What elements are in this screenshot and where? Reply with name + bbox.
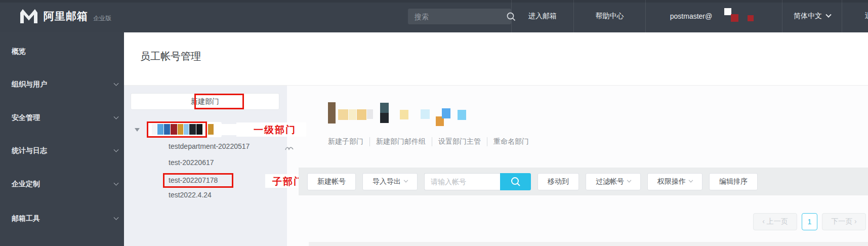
topnav: 进入邮箱 帮助中心 postmaster@ 简体中文 退出 (511, 0, 868, 32)
nav-help-center[interactable]: 帮助中心 (573, 0, 645, 32)
chevron-down-icon (114, 80, 119, 86)
chevron-down-icon (114, 215, 119, 220)
import-export-dropdown[interactable]: 导入导出 (362, 173, 418, 190)
brand-logo: 阿里邮箱 企业版 (19, 0, 111, 32)
tree-expander-icon[interactable] (135, 128, 140, 132)
chevron-down-icon (114, 147, 119, 152)
action-set-department-manager[interactable]: 设置部门主管 (432, 137, 481, 146)
sidebar-item-security[interactable]: 安全管理 (12, 112, 118, 124)
search-icon (510, 176, 521, 187)
nav-language-select[interactable]: 简体中文 (782, 0, 842, 32)
title-band: 员工帐号管理 (124, 32, 868, 86)
nav-enter-mailbox[interactable]: 进入邮箱 (511, 0, 573, 32)
account-search-group (424, 173, 531, 190)
permission-ops-dropdown[interactable]: 权限操作 (647, 173, 702, 190)
chevron-down-icon (114, 114, 119, 119)
chevron-down-icon (627, 178, 631, 182)
topbar: 阿里邮箱 企业版 进入邮箱 帮助中心 postmaster@ 简体中文 退出 (0, 0, 868, 32)
redacted-account-logo (719, 8, 758, 25)
new-department-button[interactable]: 新建部门 (131, 93, 279, 110)
nav-logout[interactable]: 退出 (842, 0, 868, 32)
account-label: postmaster@ (670, 12, 712, 20)
tree-item-department[interactable]: test2022.4.24 (169, 191, 212, 199)
action-new-department-maillist[interactable]: 新建部门邮件组 (369, 137, 426, 146)
new-account-button[interactable]: 新建帐号 (307, 173, 356, 190)
chevron-down-icon (689, 178, 693, 182)
brand-edition: 企业版 (93, 14, 111, 23)
chevron-down-icon (825, 12, 831, 18)
brand-name: 阿里邮箱 (44, 9, 88, 23)
redacted-department-title-mosaic (328, 102, 466, 126)
sidebar-item-overview[interactable]: 概览 (12, 46, 118, 57)
next-page-button[interactable]: 下一页 › (822, 213, 866, 230)
edit-sort-button[interactable]: 编辑排序 (709, 173, 758, 190)
sidebar-item-mail-tools[interactable]: 邮箱工具 (12, 213, 118, 224)
chevron-down-icon (404, 178, 408, 182)
tree-item-department[interactable]: test-20220617 (169, 158, 214, 167)
pagination: ‹ 上一页 1 下一页 › (753, 213, 866, 230)
tree-item-department[interactable]: testdepartment-20220517 (169, 142, 250, 150)
account-search-button[interactable] (500, 173, 531, 190)
sidebar-item-enterprise-custom[interactable]: 企业定制 (12, 179, 118, 190)
current-page-button[interactable]: 1 (802, 213, 817, 230)
header-search-box[interactable] (408, 9, 511, 24)
action-new-sub-department[interactable]: 新建子部门 (328, 137, 363, 146)
account-toolbar: 新建帐号 导入导出 移动到 过滤帐号 权限操作 编辑排序 删除 (299, 168, 868, 195)
content-area: 新建部门 testdepartment-20220517 test-202206… (124, 86, 868, 246)
annotation-level1-department: 一级部门 (254, 124, 296, 137)
action-rename-department[interactable]: 重命名部门 (487, 137, 529, 146)
header-search-input[interactable] (408, 13, 506, 21)
department-tree-panel: 新建部门 testdepartment-20220517 test-202206… (124, 86, 287, 246)
department-actions: 新建子部门 新建部门邮件组 设置部门主管 重命名部门 (328, 137, 529, 146)
alimail-m-logo-icon (19, 9, 38, 23)
redacted-company-name-mosaic (152, 124, 214, 135)
sidebar-item-org-users[interactable]: 组织与用户 (12, 79, 118, 90)
page-title: 员工帐号管理 (140, 50, 201, 63)
alimail-admin-window: 阿里邮箱 企业版 进入邮箱 帮助中心 postmaster@ 简体中文 退出 概… (0, 0, 868, 246)
table-header-strip (309, 242, 868, 246)
prev-page-button[interactable]: ‹ 上一页 (753, 213, 797, 230)
tree-item-hover-icon (285, 144, 294, 153)
chevron-down-icon (114, 180, 119, 185)
sidebar-item-stats-logs[interactable]: 统计与日志 (12, 145, 118, 156)
account-search-input[interactable] (424, 173, 500, 190)
move-to-button[interactable]: 移动到 (538, 173, 579, 190)
nav-account[interactable]: postmaster@ (645, 0, 782, 32)
sidebar: 概览 组织与用户 安全管理 统计与日志 企业定制 邮箱工具 (0, 32, 124, 246)
tree-item-department[interactable]: test-202207178 (169, 176, 218, 184)
filter-account-dropdown[interactable]: 过滤帐号 (586, 173, 641, 190)
